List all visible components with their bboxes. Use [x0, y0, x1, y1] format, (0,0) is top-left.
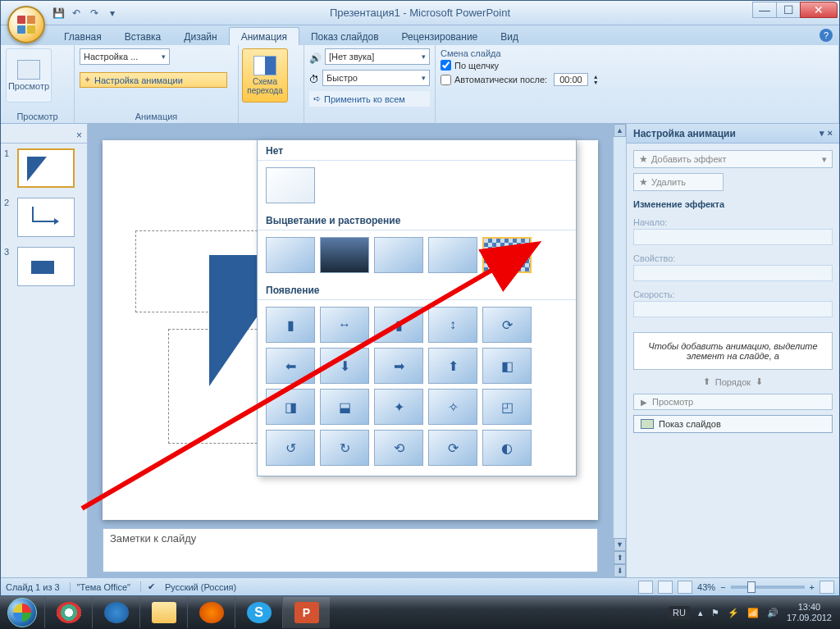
fit-to-window-icon[interactable]	[819, 581, 834, 594]
next-slide-icon[interactable]: ⬇	[614, 564, 626, 577]
canvas-scrollbar[interactable]: ▲ ▼ ⬆ ⬇	[613, 124, 626, 577]
start-button[interactable]	[0, 596, 44, 629]
transition-item[interactable]: ⟳	[428, 430, 477, 466]
auto-after-checkbox[interactable]: Автоматически после: 00:00 ▲▼	[441, 73, 833, 86]
transition-item[interactable]: ⬅	[266, 348, 315, 384]
tray-volume-icon[interactable]: 🔊	[767, 608, 778, 618]
prev-slide-icon[interactable]: ⬆	[614, 551, 626, 564]
transition-item[interactable]: ➡	[374, 348, 423, 384]
speed-combo[interactable]: Быстро	[322, 70, 430, 86]
close-button[interactable]: ✕	[800, 2, 838, 18]
status-spellcheck-icon[interactable]: ✔	[140, 581, 155, 592]
view-slideshow-icon[interactable]	[678, 581, 692, 594]
transition-fade-1[interactable]	[266, 237, 315, 273]
transition-item[interactable]: ◧	[482, 348, 532, 384]
taskbar-chrome[interactable]	[44, 597, 92, 628]
transition-fade-2[interactable]	[320, 237, 369, 273]
skype-icon: S	[247, 602, 272, 623]
group-transition-scheme: Схема перехода	[239, 45, 304, 123]
tray-language[interactable]: RU	[669, 606, 690, 619]
apply-to-all-button[interactable]: ➪ Применить ко всем	[309, 91, 430, 107]
transition-fade-3[interactable]	[374, 237, 423, 273]
remove-effect-button[interactable]: Удалить	[633, 173, 724, 191]
zoom-percent[interactable]: 43%	[697, 582, 715, 592]
anim-pane-close-icon[interactable]: ×	[828, 128, 833, 139]
transition-item[interactable]: ↔	[320, 307, 369, 343]
tab-home[interactable]: Главная	[52, 28, 113, 45]
tab-review[interactable]: Рецензирование	[390, 28, 490, 45]
anim-pane-menu-icon[interactable]: ▾	[819, 128, 824, 139]
auto-after-time[interactable]: 00:00	[554, 73, 588, 86]
slide-thumbnail-2[interactable]: 2	[1, 193, 87, 242]
anim-hint: Чтобы добавить анимацию, выделите элемен…	[633, 332, 833, 370]
tray-network-icon[interactable]: 📶	[747, 608, 759, 618]
taskbar-ie[interactable]	[92, 597, 139, 628]
undo-icon[interactable]: ↶	[68, 5, 84, 21]
tab-slideshow[interactable]: Показ слайдов	[299, 28, 390, 45]
transition-item[interactable]: ↕	[428, 307, 477, 343]
scroll-up-icon[interactable]: ▲	[614, 124, 626, 137]
order-up-icon[interactable]: ⬆	[703, 376, 710, 387]
transition-item[interactable]: ✦	[374, 389, 423, 425]
zoom-in-icon[interactable]: +	[810, 582, 815, 592]
slide-thumbnail-1[interactable]: 1	[1, 144, 87, 193]
transition-item[interactable]: ⟳	[482, 307, 532, 343]
slideshow-button[interactable]: Показ слайдов	[633, 415, 833, 433]
office-button[interactable]	[7, 6, 45, 43]
taskbar-explorer[interactable]	[139, 597, 187, 628]
tray-clock[interactable]: 13:40 17.09.2012	[787, 602, 832, 623]
transition-none[interactable]	[266, 167, 315, 203]
zoom-slider[interactable]	[731, 586, 805, 589]
taskbar-skype[interactable]: S	[235, 597, 282, 628]
tab-view[interactable]: Вид	[489, 28, 530, 45]
animation-combo[interactable]: Настройка ...	[80, 48, 170, 65]
custom-animation-button[interactable]: ✦ Настройка анимации	[80, 72, 227, 88]
order-down-icon[interactable]: ⬇	[756, 376, 763, 387]
transition-item[interactable]: ↺	[266, 430, 315, 466]
taskbar-powerpoint[interactable]: P	[282, 597, 330, 628]
tray-flag-icon[interactable]: ⚑	[711, 608, 719, 618]
transition-item[interactable]: ⬆	[428, 348, 477, 384]
transition-item[interactable]: ⬇	[320, 348, 369, 384]
transition-scheme-button[interactable]: Схема перехода	[242, 48, 288, 103]
transition-item[interactable]: ⟲	[374, 430, 423, 466]
sound-combo[interactable]: [Нет звука]	[325, 48, 430, 65]
help-icon[interactable]: ?	[819, 29, 833, 42]
tray-show-hidden-icon[interactable]: ▴	[698, 608, 703, 618]
start-combo[interactable]	[633, 229, 833, 245]
transition-dissolve[interactable]	[482, 237, 532, 273]
transition-item[interactable]: ◐	[482, 430, 532, 466]
scroll-down-icon[interactable]: ▼	[614, 538, 626, 551]
anim-speed-combo[interactable]	[633, 301, 833, 317]
property-combo[interactable]	[633, 265, 833, 281]
zoom-out-icon[interactable]: −	[720, 582, 725, 592]
notes-pane[interactable]: Заметки к слайду	[103, 528, 598, 572]
redo-icon[interactable]: ↷	[86, 5, 103, 21]
minimize-button[interactable]: —	[752, 2, 777, 18]
transition-item[interactable]: ▮	[266, 307, 315, 343]
preview-button[interactable]: Просмотр	[6, 48, 52, 103]
status-language[interactable]: Русский (Россия)	[165, 582, 236, 592]
transition-fade-4[interactable]	[428, 237, 477, 273]
transition-item[interactable]: ▮	[374, 307, 423, 343]
view-normal-icon[interactable]	[638, 581, 653, 594]
view-sorter-icon[interactable]	[658, 581, 673, 594]
maximize-button[interactable]: ☐	[776, 2, 801, 18]
tray-power-icon[interactable]: ⚡	[728, 608, 739, 618]
slide-thumbnail-3[interactable]: 3	[1, 242, 87, 291]
on-click-checkbox[interactable]: По щелчку	[441, 60, 833, 71]
thumbnail-close-icon[interactable]: ×	[76, 130, 82, 141]
transition-item[interactable]: ⬓	[320, 389, 369, 425]
anim-preview-button[interactable]: Просмотр	[633, 394, 833, 410]
transition-item[interactable]: ✧	[428, 389, 477, 425]
add-effect-button[interactable]: Добавить эффект ▾	[633, 150, 833, 168]
tab-design[interactable]: Дизайн	[172, 28, 228, 45]
transition-item[interactable]: ↻	[320, 430, 369, 466]
tab-insert[interactable]: Вставка	[113, 28, 173, 45]
qat-dropdown-icon[interactable]: ▾	[104, 5, 121, 21]
save-icon[interactable]: 💾	[50, 5, 66, 21]
tab-animation[interactable]: Анимация	[229, 27, 299, 45]
taskbar-media[interactable]	[187, 597, 235, 628]
transition-item[interactable]: ◰	[482, 389, 532, 425]
transition-item[interactable]: ◨	[266, 389, 315, 425]
